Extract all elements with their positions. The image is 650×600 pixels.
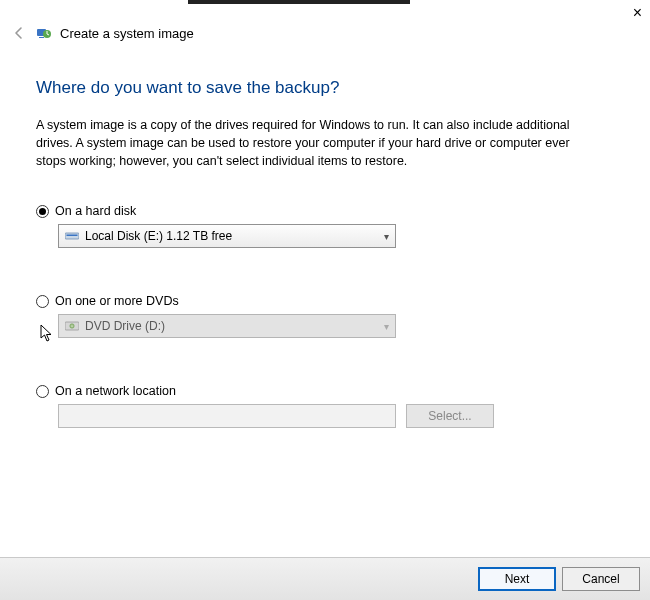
- dvd-combo: DVD Drive (D:) ▾: [58, 314, 396, 338]
- titlebar: Create a system image: [10, 24, 194, 42]
- select-network-button: Select...: [406, 404, 494, 428]
- chevron-down-icon: ▾: [384, 321, 389, 332]
- chevron-down-icon: ▾: [384, 231, 389, 242]
- dvd-icon: [65, 320, 79, 332]
- radio-hard-disk-label: On a hard disk: [55, 204, 136, 218]
- radio-network[interactable]: [36, 385, 49, 398]
- top-accent-bar: [188, 0, 410, 4]
- radio-dvd-label: On one or more DVDs: [55, 294, 179, 308]
- window-title: Create a system image: [60, 26, 194, 41]
- page-heading: Where do you want to save the backup?: [36, 78, 614, 98]
- page-description: A system image is a copy of the drives r…: [36, 116, 596, 170]
- system-image-icon: [36, 25, 52, 41]
- back-button[interactable]: [10, 24, 28, 42]
- dvd-combo-text: DVD Drive (D:): [85, 319, 384, 333]
- option-dvd: On one or more DVDs DVD Drive (D:) ▾: [36, 294, 614, 338]
- svg-rect-1: [39, 37, 44, 38]
- bottom-bar: Next Cancel: [0, 557, 650, 600]
- close-button[interactable]: ×: [633, 4, 642, 22]
- cancel-button[interactable]: Cancel: [562, 567, 640, 591]
- main-content: Where do you want to save the backup? A …: [36, 78, 614, 464]
- option-hard-disk: On a hard disk Local Disk (E:) 1.12 TB f…: [36, 204, 614, 248]
- radio-hard-disk[interactable]: [36, 205, 49, 218]
- radio-dvd[interactable]: [36, 295, 49, 308]
- hard-disk-combo-text: Local Disk (E:) 1.12 TB free: [85, 229, 384, 243]
- svg-point-7: [71, 326, 72, 327]
- drive-icon: [65, 230, 79, 242]
- network-path-input[interactable]: [58, 404, 396, 428]
- hard-disk-combo[interactable]: Local Disk (E:) 1.12 TB free ▾: [58, 224, 396, 248]
- option-network: On a network location Select...: [36, 384, 614, 428]
- radio-network-label: On a network location: [55, 384, 176, 398]
- next-button[interactable]: Next: [478, 567, 556, 591]
- svg-rect-4: [67, 235, 78, 237]
